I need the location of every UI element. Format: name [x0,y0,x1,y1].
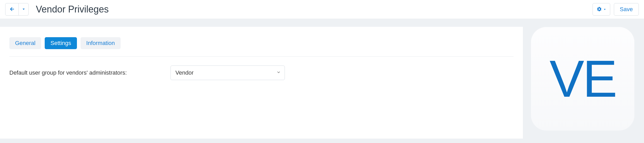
page-title: Vendor Privileges [36,4,109,15]
addon-logo-initials: VE [550,53,616,105]
default-group-select-wrap [170,66,285,80]
svg-marker-2 [604,9,606,10]
side-panel: VE [531,27,640,131]
back-button-group [5,3,29,16]
arrow-left-icon [9,6,15,12]
gear-icon [597,6,602,12]
tab-settings[interactable]: Settings [45,37,77,49]
default-group-label: Default user group for vendors' administ… [9,69,163,76]
settings-dropdown-button[interactable] [593,3,610,16]
addon-logo-card: VE [531,27,635,131]
default-group-select[interactable] [170,66,285,80]
main-panel: General Settings Information Default use… [0,27,523,139]
tabs: General Settings Information [9,37,514,49]
page-header: Vendor Privileges Save [0,0,644,19]
save-button[interactable]: Save [614,3,639,16]
back-dropdown-button[interactable] [19,3,29,16]
save-button-label: Save [620,6,633,13]
tab-information[interactable]: Information [81,37,121,49]
tab-label: Settings [50,40,71,46]
caret-down-icon [22,8,25,11]
svg-marker-1 [23,9,25,10]
tab-label: Information [86,40,115,46]
tab-general[interactable]: General [9,37,41,49]
page-body: General Settings Information Default use… [0,19,644,139]
caret-down-icon [603,8,606,11]
tab-label: General [15,40,35,46]
back-button[interactable] [5,3,19,16]
form-row-default-group: Default user group for vendors' administ… [9,66,514,80]
divider [9,56,514,57]
